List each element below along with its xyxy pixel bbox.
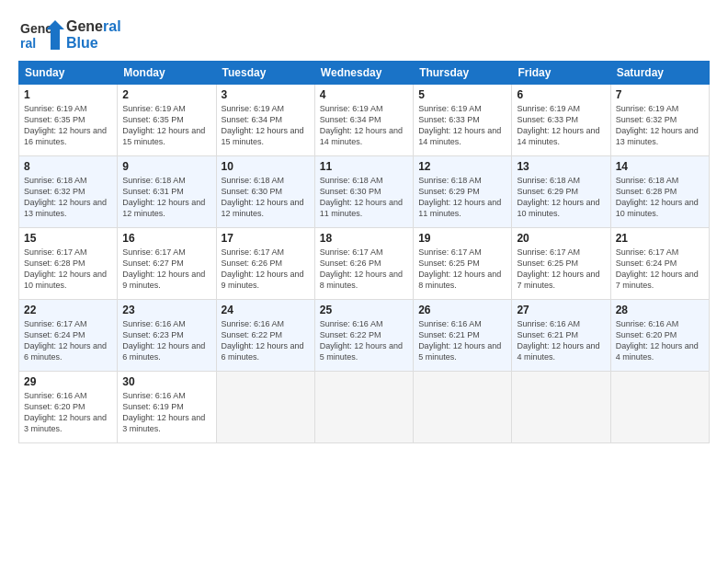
- day-info: Sunrise: 6:19 AMSunset: 6:33 PMDaylight:…: [418, 103, 506, 148]
- day-number: 4: [320, 88, 408, 101]
- calendar-cell: 4Sunrise: 6:19 AMSunset: 6:34 PMDaylight…: [314, 85, 413, 156]
- day-number: 21: [616, 232, 704, 245]
- day-info: Sunrise: 6:19 AMSunset: 6:35 PMDaylight:…: [122, 103, 210, 148]
- day-info: Sunrise: 6:17 AMSunset: 6:26 PMDaylight:…: [222, 247, 310, 292]
- day-info: Sunrise: 6:16 AMSunset: 6:20 PMDaylight:…: [24, 390, 112, 435]
- weekday-sunday: Sunday: [19, 62, 118, 85]
- calendar-cell: 19Sunrise: 6:17 AMSunset: 6:25 PMDayligh…: [414, 228, 512, 300]
- day-number: 6: [517, 88, 605, 101]
- day-number: 8: [24, 160, 112, 173]
- day-info: Sunrise: 6:19 AMSunset: 6:34 PMDaylight:…: [222, 103, 310, 148]
- calendar-cell: 1Sunrise: 6:19 AMSunset: 6:35 PMDaylight…: [19, 85, 118, 156]
- day-number: 9: [122, 160, 210, 173]
- calendar-cell: 14Sunrise: 6:18 AMSunset: 6:28 PMDayligh…: [610, 156, 709, 228]
- weekday-saturday: Saturday: [610, 62, 709, 85]
- day-info: Sunrise: 6:17 AMSunset: 6:24 PMDaylight:…: [24, 318, 112, 363]
- calendar-cell: 26Sunrise: 6:16 AMSunset: 6:21 PMDayligh…: [414, 300, 512, 372]
- day-number: 5: [418, 88, 506, 101]
- day-info: Sunrise: 6:17 AMSunset: 6:25 PMDaylight:…: [418, 247, 506, 292]
- calendar-cell: [414, 372, 512, 443]
- calendar-cell: 25Sunrise: 6:16 AMSunset: 6:22 PMDayligh…: [314, 300, 413, 372]
- calendar-cell: 7Sunrise: 6:19 AMSunset: 6:32 PMDaylight…: [610, 85, 709, 156]
- day-info: Sunrise: 6:19 AMSunset: 6:34 PMDaylight:…: [320, 103, 408, 148]
- calendar-cell: 6Sunrise: 6:19 AMSunset: 6:33 PMDaylight…: [512, 85, 610, 156]
- calendar-cell: 8Sunrise: 6:18 AMSunset: 6:32 PMDaylight…: [19, 156, 118, 228]
- day-info: Sunrise: 6:16 AMSunset: 6:21 PMDaylight:…: [418, 318, 506, 363]
- weekday-thursday: Thursday: [414, 62, 512, 85]
- weekday-tuesday: Tuesday: [216, 62, 314, 85]
- day-info: Sunrise: 6:16 AMSunset: 6:20 PMDaylight:…: [616, 318, 704, 363]
- day-info: Sunrise: 6:16 AMSunset: 6:22 PMDaylight:…: [222, 318, 310, 363]
- day-number: 16: [122, 232, 210, 245]
- day-info: Sunrise: 6:19 AMSunset: 6:32 PMDaylight:…: [616, 103, 704, 148]
- weekday-monday: Monday: [118, 62, 216, 85]
- calendar-cell: 22Sunrise: 6:17 AMSunset: 6:24 PMDayligh…: [19, 300, 118, 372]
- day-number: 11: [320, 160, 408, 173]
- day-info: Sunrise: 6:19 AMSunset: 6:35 PMDaylight:…: [24, 103, 112, 148]
- calendar-body: 1Sunrise: 6:19 AMSunset: 6:35 PMDaylight…: [19, 85, 710, 443]
- calendar-cell: 21Sunrise: 6:17 AMSunset: 6:24 PMDayligh…: [610, 228, 709, 300]
- day-number: 27: [517, 304, 605, 316]
- calendar-cell: 2Sunrise: 6:19 AMSunset: 6:35 PMDaylight…: [118, 85, 216, 156]
- calendar-cell: 17Sunrise: 6:17 AMSunset: 6:26 PMDayligh…: [216, 228, 314, 300]
- week-row-5: 29Sunrise: 6:16 AMSunset: 6:20 PMDayligh…: [19, 372, 710, 443]
- calendar-cell: 29Sunrise: 6:16 AMSunset: 6:20 PMDayligh…: [19, 372, 118, 443]
- calendar-cell: 15Sunrise: 6:17 AMSunset: 6:28 PMDayligh…: [19, 228, 118, 300]
- logo-svg: Gene ral: [18, 17, 64, 53]
- day-number: 17: [222, 232, 310, 245]
- day-info: Sunrise: 6:17 AMSunset: 6:26 PMDaylight:…: [320, 247, 408, 292]
- calendar-cell: [512, 372, 610, 443]
- day-info: Sunrise: 6:18 AMSunset: 6:32 PMDaylight:…: [24, 175, 112, 220]
- calendar-cell: 23Sunrise: 6:16 AMSunset: 6:23 PMDayligh…: [118, 300, 216, 372]
- calendar-cell: 27Sunrise: 6:16 AMSunset: 6:21 PMDayligh…: [512, 300, 610, 372]
- day-info: Sunrise: 6:18 AMSunset: 6:29 PMDaylight:…: [418, 175, 506, 220]
- calendar-cell: 28Sunrise: 6:16 AMSunset: 6:20 PMDayligh…: [610, 300, 709, 372]
- day-info: Sunrise: 6:19 AMSunset: 6:33 PMDaylight:…: [517, 103, 605, 148]
- calendar-cell: 9Sunrise: 6:18 AMSunset: 6:31 PMDaylight…: [118, 156, 216, 228]
- day-number: 23: [122, 304, 210, 316]
- day-number: 24: [222, 304, 310, 316]
- day-number: 15: [24, 232, 112, 245]
- day-info: Sunrise: 6:17 AMSunset: 6:28 PMDaylight:…: [24, 247, 112, 292]
- day-number: 1: [24, 88, 112, 101]
- calendar-cell: 30Sunrise: 6:16 AMSunset: 6:19 PMDayligh…: [118, 372, 216, 443]
- week-row-2: 8Sunrise: 6:18 AMSunset: 6:32 PMDaylight…: [19, 156, 710, 228]
- day-info: Sunrise: 6:17 AMSunset: 6:27 PMDaylight:…: [122, 247, 210, 292]
- day-number: 10: [222, 160, 310, 173]
- day-number: 2: [122, 88, 210, 101]
- day-info: Sunrise: 6:18 AMSunset: 6:30 PMDaylight:…: [222, 175, 310, 220]
- day-info: Sunrise: 6:17 AMSunset: 6:24 PMDaylight:…: [616, 247, 704, 292]
- calendar-cell: 3Sunrise: 6:19 AMSunset: 6:34 PMDaylight…: [216, 85, 314, 156]
- day-number: 7: [616, 88, 704, 101]
- day-info: Sunrise: 6:16 AMSunset: 6:21 PMDaylight:…: [517, 318, 605, 363]
- day-number: 30: [122, 375, 210, 388]
- day-info: Sunrise: 6:16 AMSunset: 6:22 PMDaylight:…: [320, 318, 408, 363]
- header: Gene ral General Blue: [18, 17, 710, 53]
- week-row-1: 1Sunrise: 6:19 AMSunset: 6:35 PMDaylight…: [19, 85, 710, 156]
- calendar-cell: [610, 372, 709, 443]
- weekday-wednesday: Wednesday: [314, 62, 413, 85]
- week-row-3: 15Sunrise: 6:17 AMSunset: 6:28 PMDayligh…: [19, 228, 710, 300]
- day-info: Sunrise: 6:16 AMSunset: 6:19 PMDaylight:…: [122, 390, 210, 435]
- calendar-cell: 20Sunrise: 6:17 AMSunset: 6:25 PMDayligh…: [512, 228, 610, 300]
- day-number: 25: [320, 304, 408, 316]
- day-info: Sunrise: 6:16 AMSunset: 6:23 PMDaylight:…: [122, 318, 210, 363]
- calendar-cell: 24Sunrise: 6:16 AMSunset: 6:22 PMDayligh…: [216, 300, 314, 372]
- day-info: Sunrise: 6:18 AMSunset: 6:30 PMDaylight:…: [320, 175, 408, 220]
- calendar-cell: 16Sunrise: 6:17 AMSunset: 6:27 PMDayligh…: [118, 228, 216, 300]
- day-info: Sunrise: 6:18 AMSunset: 6:31 PMDaylight:…: [122, 175, 210, 220]
- logo: Gene ral General Blue: [18, 17, 121, 53]
- day-number: 22: [24, 304, 112, 316]
- day-number: 26: [418, 304, 506, 316]
- day-info: Sunrise: 6:18 AMSunset: 6:29 PMDaylight:…: [517, 175, 605, 220]
- day-number: 13: [517, 160, 605, 173]
- weekday-header-row: SundayMondayTuesdayWednesdayThursdayFrid…: [19, 62, 710, 85]
- weekday-friday: Friday: [512, 62, 610, 85]
- calendar-cell: [314, 372, 413, 443]
- day-number: 14: [616, 160, 704, 173]
- calendar-table: SundayMondayTuesdayWednesdayThursdayFrid…: [18, 61, 710, 443]
- calendar-cell: 12Sunrise: 6:18 AMSunset: 6:29 PMDayligh…: [414, 156, 512, 228]
- calendar-cell: 5Sunrise: 6:19 AMSunset: 6:33 PMDaylight…: [414, 85, 512, 156]
- calendar-cell: [216, 372, 314, 443]
- calendar-cell: 11Sunrise: 6:18 AMSunset: 6:30 PMDayligh…: [314, 156, 413, 228]
